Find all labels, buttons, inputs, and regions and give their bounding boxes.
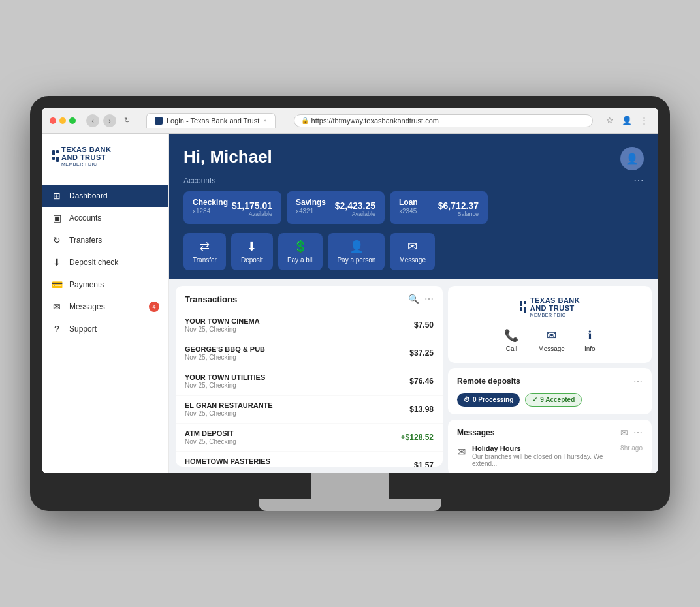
sidebar-item-support[interactable]: ? Support [42,318,168,340]
messages-more-button[interactable]: ⋯ [633,428,643,438]
sidebar-item-accounts[interactable]: ▣ Accounts [42,207,168,229]
table-row[interactable]: HOMETOWN PASTERIES Nov 25, Checking $1.5… [176,452,443,467]
sidebar-item-deposit-check[interactable]: ⬇ Deposit check [42,251,168,273]
account-amount-checking: $1,175.01 [232,200,272,211]
table-row[interactable]: ATM DEPOSIT Nov 25, Checking +$128.52 [176,424,443,452]
bank-message-button[interactable]: ✉ Message [538,328,565,352]
bank-logo-line3: MEMBER FDIC [530,313,581,318]
url-text: https://tbtmyway.texasbankandtrust.com [311,117,439,125]
messages-icon: ✉ [51,302,63,312]
info-icon: ℹ [588,328,592,343]
account-label-savings: Available [335,211,375,217]
processing-badge[interactable]: ⏱ 0 Processing [457,393,520,407]
main-content: Hi, Michael 👤 Accounts ⋯ Che [169,134,658,473]
info-button[interactable]: ℹ Info [584,328,596,352]
check-icon: ✓ [532,396,537,403]
search-button[interactable]: 🔍 [408,294,419,304]
table-row[interactable]: GEORGE'S BBQ & PUB Nov 25, Checking $37.… [176,339,443,367]
message-button[interactable]: ✉ Message [390,233,435,270]
message-title: Holiday Hours [472,444,614,452]
compose-message-button[interactable]: ✉ [620,428,628,438]
browser-chrome: ‹ › ↻ Login - Texas Bank and Trust × 🔒 h… [42,108,658,134]
monitor-screen: ‹ › ↻ Login - Texas Bank and Trust × 🔒 h… [42,108,658,473]
sidebar-item-label: Deposit check [69,258,118,267]
main-header: Hi, Michael 👤 [169,134,658,170]
sidebar-item-messages[interactable]: ✉ Messages 4 [42,296,168,318]
table-row[interactable]: EL GRAN RESTAURANTE Nov 25, Checking $13… [176,396,443,424]
forward-button[interactable]: › [103,114,116,127]
deposit-check-icon: ⬇ [51,257,63,268]
account-card-loan[interactable]: Loan x2345 $6,712.37 Balance [390,191,488,224]
bank-logo-line1: TEXAS BANK [530,296,581,304]
bank-logo-line2: AND TRUST [530,304,581,312]
sidebar-item-label: Payments [69,280,104,289]
account-card-savings[interactable]: Savings x4321 $2,423.25 Available [287,191,385,224]
transfer-button[interactable]: ⇄ Transfer [183,233,226,270]
monitor-outer: ‹ › ↻ Login - Texas Bank and Trust × 🔒 h… [30,96,670,511]
account-card-checking[interactable]: Checking x1234 $1,175.01 Available [183,191,281,224]
table-row[interactable]: YOUR TOWN CINEMA Nov 25, Checking $7.50 [176,311,443,339]
sidebar-item-label: Accounts [69,213,101,223]
account-type-checking: Checking [193,198,228,207]
back-button[interactable]: ‹ [86,114,99,127]
sidebar-item-label: Messages [69,302,105,311]
transactions-more-button[interactable]: ⋯ [424,294,434,304]
remote-deposits-more-button[interactable]: ⋯ [633,376,643,386]
sidebar-item-transfers[interactable]: ↻ Transfers [42,229,168,251]
dot-red[interactable] [50,117,56,124]
table-row[interactable]: YOUR TOWN UTILITIES Nov 25, Checking $76… [176,367,443,396]
deposit-button[interactable]: ⬇ Deposit [231,233,273,270]
remote-deposits-title: Remote deposits [457,377,520,386]
sidebar-logo: TEXAS BANK AND TRUST MEMBER FDIC [42,134,168,179]
pay-person-button[interactable]: 👤 Pay a person [328,233,385,270]
remote-deposits-card: Remote deposits ⋯ ⏱ 0 Processing ✓ [448,368,652,414]
user-avatar[interactable]: 👤 [620,147,644,170]
browser-tab[interactable]: Login - Texas Bank and Trust × [146,113,276,128]
right-panel: TEXAS BANK AND TRUST MEMBER FDIC 📞 Call [443,279,658,473]
accounts-icon: ▣ [51,213,63,223]
greeting: Hi, Michael [183,147,272,167]
account-num-loan: x2345 [399,208,418,215]
accounts-section: Accounts ⋯ Checking x1234 [169,170,658,224]
accepted-badge[interactable]: ✓ 9 Accepted [525,393,582,407]
messages-badge: 4 [149,302,159,312]
transaction-list: YOUR TOWN CINEMA Nov 25, Checking $7.50 … [176,311,443,467]
pay-bill-button[interactable]: 💲 Pay a bill [278,233,323,270]
browser-dots [50,117,76,124]
transactions-actions: 🔍 ⋯ [408,294,434,304]
profile-button[interactable]: 👤 [620,114,633,127]
account-num-savings: x4321 [296,208,326,215]
lock-icon: 🔒 [301,117,309,124]
accounts-more-button[interactable]: ⋯ [633,176,644,186]
monitor-stand-neck [311,473,389,499]
account-label-checking: Available [232,211,272,217]
call-icon: 📞 [504,328,518,343]
transfers-icon: ↻ [51,235,63,245]
transactions-title: Transactions [185,294,237,304]
bookmark-button[interactable]: ☆ [603,114,616,127]
refresh-button[interactable]: ↻ [120,114,133,127]
bank-card: TEXAS BANK AND TRUST MEMBER FDIC 📞 Call [448,286,652,363]
dot-yellow[interactable] [59,117,66,124]
bank-card-actions: 📞 Call ✉ Message ℹ Info [504,328,595,352]
app-container: TEXAS BANK AND TRUST MEMBER FDIC ⊞ Dashb… [42,134,658,473]
sidebar-item-payments[interactable]: 💳 Payments [42,273,168,296]
logo-line3: MEMBER FDIC [61,162,112,167]
messages-card: Messages ✉ ⋯ ✉ Holiday Hours Ou [448,420,652,473]
tab-close-button[interactable]: × [263,117,266,124]
sidebar-item-dashboard[interactable]: ⊞ Dashboard [42,185,168,207]
sidebar-nav: ⊞ Dashboard ▣ Accounts ↻ Transfers [42,179,168,473]
dot-green[interactable] [69,117,76,124]
logo-bars-icon [52,150,59,162]
account-amount-loan: $6,712.37 [438,200,479,211]
bank-logo-bars-icon [520,301,526,313]
sidebar-item-label: Dashboard [69,191,108,200]
sidebar-item-label: Transfers [69,236,102,245]
address-bar[interactable]: 🔒 https://tbtmyway.texasbankandtrust.com [294,114,593,127]
call-button[interactable]: 📞 Call [504,328,518,352]
quick-actions: ⇄ Transfer ⬇ Deposit 💲 Pay a bill 👤 Pay … [169,224,658,279]
pay-person-icon: 👤 [349,240,364,254]
menu-button[interactable]: ⋮ [637,114,650,127]
list-item[interactable]: ✉ Holiday Hours Our branches will be clo… [457,444,643,467]
bank-logo-area: TEXAS BANK AND TRUST MEMBER FDIC [520,296,581,318]
